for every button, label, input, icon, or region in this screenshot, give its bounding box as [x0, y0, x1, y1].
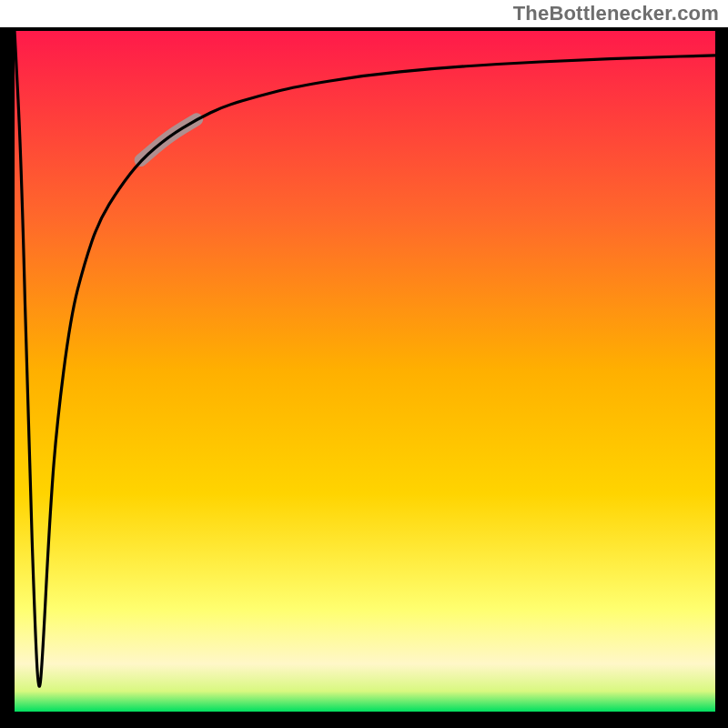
bottleneck-chart	[0, 27, 728, 728]
plot-area	[15, 31, 715, 712]
attribution-label: TheBottlenecker.com	[513, 2, 719, 25]
chart-container: TheBottlenecker.com	[0, 0, 728, 728]
